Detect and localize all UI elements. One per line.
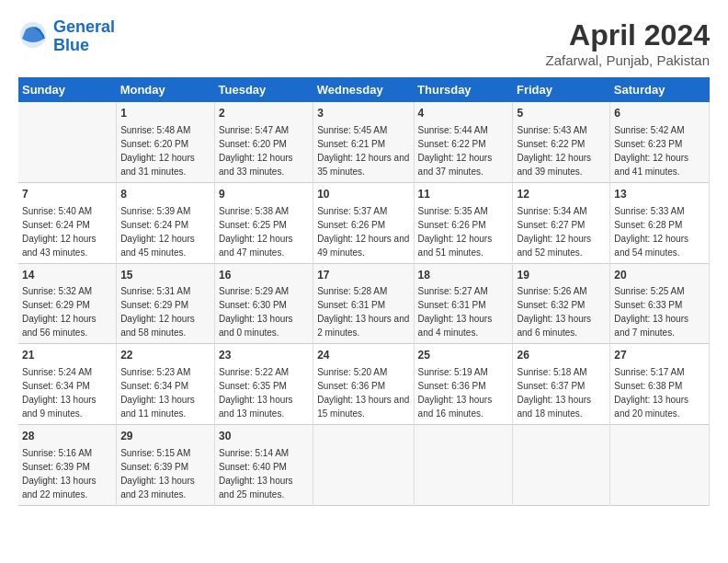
logo-line1: General	[53, 17, 115, 36]
calendar-cell: 15Sunrise: 5:31 AMSunset: 6:29 PMDayligh…	[117, 263, 215, 344]
calendar-cell: 17Sunrise: 5:28 AMSunset: 6:31 PMDayligh…	[313, 263, 414, 344]
header-day-tuesday: Tuesday	[215, 77, 313, 102]
day-number: 28	[22, 429, 112, 444]
day-number: 16	[219, 268, 309, 283]
day-number: 17	[317, 268, 409, 283]
day-number: 21	[22, 348, 112, 363]
calendar-cell: 11Sunrise: 5:35 AMSunset: 6:26 PMDayligh…	[414, 182, 513, 263]
day-number: 30	[219, 429, 309, 444]
calendar-cell: 25Sunrise: 5:19 AMSunset: 6:36 PMDayligh…	[414, 344, 513, 425]
day-number: 24	[317, 348, 409, 363]
cell-content: Sunrise: 5:17 AMSunset: 6:38 PMDaylight:…	[614, 367, 688, 419]
week-row-4: 21Sunrise: 5:24 AMSunset: 6:34 PMDayligh…	[18, 344, 710, 425]
calendar-cell: 18Sunrise: 5:27 AMSunset: 6:31 PMDayligh…	[414, 263, 513, 344]
cell-content: Sunrise: 5:38 AMSunset: 6:25 PMDaylight:…	[219, 206, 293, 258]
logo-text: General Blue	[53, 18, 115, 55]
cell-content: Sunrise: 5:31 AMSunset: 6:29 PMDaylight:…	[120, 286, 195, 338]
day-number: 4	[418, 106, 509, 121]
logo: General Blue	[18, 18, 115, 55]
day-number: 27	[614, 348, 705, 363]
cell-content: Sunrise: 5:34 AMSunset: 6:27 PMDaylight:…	[517, 206, 591, 258]
week-row-5: 28Sunrise: 5:16 AMSunset: 6:39 PMDayligh…	[18, 425, 710, 506]
calendar-table: SundayMondayTuesdayWednesdayThursdayFrid…	[18, 77, 710, 506]
cell-content: Sunrise: 5:37 AMSunset: 6:26 PMDaylight:…	[317, 206, 409, 258]
calendar-cell: 27Sunrise: 5:17 AMSunset: 6:38 PMDayligh…	[610, 344, 710, 425]
calendar-cell: 9Sunrise: 5:38 AMSunset: 6:25 PMDaylight…	[215, 182, 313, 263]
cell-content: Sunrise: 5:32 AMSunset: 6:29 PMDaylight:…	[22, 286, 97, 338]
calendar-cell: 7Sunrise: 5:40 AMSunset: 6:24 PMDaylight…	[18, 182, 117, 263]
calendar-cell: 22Sunrise: 5:23 AMSunset: 6:34 PMDayligh…	[117, 344, 215, 425]
calendar-cell: 16Sunrise: 5:29 AMSunset: 6:30 PMDayligh…	[215, 263, 313, 344]
cell-content: Sunrise: 5:22 AMSunset: 6:35 PMDaylight:…	[219, 367, 293, 419]
calendar-cell: 30Sunrise: 5:14 AMSunset: 6:40 PMDayligh…	[215, 425, 313, 506]
location: Zafarwal, Punjab, Pakistan	[546, 52, 710, 68]
day-number: 5	[517, 106, 606, 121]
header-day-monday: Monday	[117, 77, 215, 102]
day-number: 11	[418, 187, 509, 202]
day-number: 23	[219, 348, 309, 363]
header-day-thursday: Thursday	[414, 77, 513, 102]
calendar-cell: 6Sunrise: 5:42 AMSunset: 6:23 PMDaylight…	[610, 102, 710, 182]
calendar-cell	[414, 425, 513, 506]
cell-content: Sunrise: 5:26 AMSunset: 6:32 PMDaylight:…	[517, 286, 591, 338]
calendar-cell: 8Sunrise: 5:39 AMSunset: 6:24 PMDaylight…	[117, 182, 215, 263]
calendar-cell: 21Sunrise: 5:24 AMSunset: 6:34 PMDayligh…	[18, 344, 117, 425]
cell-content: Sunrise: 5:48 AMSunset: 6:20 PMDaylight:…	[120, 125, 195, 177]
cell-content: Sunrise: 5:29 AMSunset: 6:30 PMDaylight:…	[219, 286, 293, 338]
calendar-cell: 26Sunrise: 5:18 AMSunset: 6:37 PMDayligh…	[513, 344, 610, 425]
month-title: April 2024	[546, 18, 710, 52]
day-number: 10	[317, 187, 409, 202]
cell-content: Sunrise: 5:20 AMSunset: 6:36 PMDaylight:…	[317, 367, 409, 419]
cell-content: Sunrise: 5:42 AMSunset: 6:23 PMDaylight:…	[614, 125, 688, 177]
header-day-wednesday: Wednesday	[313, 77, 414, 102]
calendar-cell: 3Sunrise: 5:45 AMSunset: 6:21 PMDaylight…	[313, 102, 414, 182]
cell-content: Sunrise: 5:43 AMSunset: 6:22 PMDaylight:…	[517, 125, 591, 177]
logo-line2: Blue	[53, 36, 89, 54]
week-row-1: 1Sunrise: 5:48 AMSunset: 6:20 PMDaylight…	[18, 102, 710, 182]
header-day-friday: Friday	[513, 77, 610, 102]
calendar-cell: 29Sunrise: 5:15 AMSunset: 6:39 PMDayligh…	[117, 425, 215, 506]
calendar-cell	[313, 425, 414, 506]
day-number: 18	[418, 268, 509, 283]
calendar-cell: 12Sunrise: 5:34 AMSunset: 6:27 PMDayligh…	[513, 182, 610, 263]
header-day-saturday: Saturday	[610, 77, 710, 102]
day-number: 22	[120, 348, 210, 363]
day-number: 7	[22, 187, 112, 202]
cell-content: Sunrise: 5:15 AMSunset: 6:39 PMDaylight:…	[120, 448, 195, 500]
title-area: April 2024 Zafarwal, Punjab, Pakistan	[546, 18, 710, 68]
cell-content: Sunrise: 5:18 AMSunset: 6:37 PMDaylight:…	[517, 367, 591, 419]
calendar-cell: 24Sunrise: 5:20 AMSunset: 6:36 PMDayligh…	[313, 344, 414, 425]
cell-content: Sunrise: 5:47 AMSunset: 6:20 PMDaylight:…	[219, 125, 293, 177]
logo-icon	[18, 20, 48, 50]
cell-content: Sunrise: 5:45 AMSunset: 6:21 PMDaylight:…	[317, 125, 409, 177]
calendar-cell: 14Sunrise: 5:32 AMSunset: 6:29 PMDayligh…	[18, 263, 117, 344]
day-number: 25	[418, 348, 509, 363]
calendar-cell: 28Sunrise: 5:16 AMSunset: 6:39 PMDayligh…	[18, 425, 117, 506]
header-day-sunday: Sunday	[18, 77, 117, 102]
cell-content: Sunrise: 5:40 AMSunset: 6:24 PMDaylight:…	[22, 206, 97, 258]
week-row-2: 7Sunrise: 5:40 AMSunset: 6:24 PMDaylight…	[18, 182, 710, 263]
calendar-cell	[513, 425, 610, 506]
day-number: 6	[614, 106, 705, 121]
day-number: 13	[614, 187, 705, 202]
cell-content: Sunrise: 5:24 AMSunset: 6:34 PMDaylight:…	[22, 367, 97, 419]
calendar-cell: 1Sunrise: 5:48 AMSunset: 6:20 PMDaylight…	[117, 102, 215, 182]
cell-content: Sunrise: 5:35 AMSunset: 6:26 PMDaylight:…	[418, 206, 493, 258]
day-number: 19	[517, 268, 606, 283]
day-number: 15	[120, 268, 210, 283]
day-number: 29	[120, 429, 210, 444]
calendar-cell: 5Sunrise: 5:43 AMSunset: 6:22 PMDaylight…	[513, 102, 610, 182]
cell-content: Sunrise: 5:23 AMSunset: 6:34 PMDaylight:…	[120, 367, 195, 419]
day-number: 1	[120, 106, 210, 121]
calendar-cell: 20Sunrise: 5:25 AMSunset: 6:33 PMDayligh…	[610, 263, 710, 344]
cell-content: Sunrise: 5:28 AMSunset: 6:31 PMDaylight:…	[317, 286, 409, 338]
day-number: 12	[517, 187, 606, 202]
calendar-cell: 2Sunrise: 5:47 AMSunset: 6:20 PMDaylight…	[215, 102, 313, 182]
cell-content: Sunrise: 5:25 AMSunset: 6:33 PMDaylight:…	[614, 286, 688, 338]
day-number: 26	[517, 348, 606, 363]
day-number: 20	[614, 268, 705, 283]
calendar-cell: 19Sunrise: 5:26 AMSunset: 6:32 PMDayligh…	[513, 263, 610, 344]
page-header: General Blue April 2024 Zafarwal, Punjab…	[18, 18, 710, 68]
cell-content: Sunrise: 5:16 AMSunset: 6:39 PMDaylight:…	[22, 448, 97, 500]
day-number: 8	[120, 187, 210, 202]
